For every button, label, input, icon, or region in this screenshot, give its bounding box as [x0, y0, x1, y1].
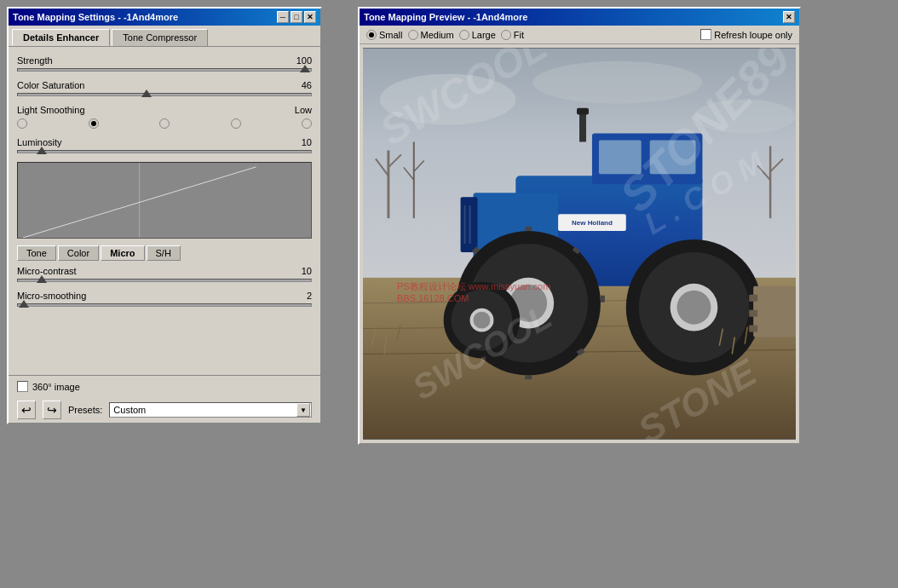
settings-window: Tone Mapping Settings - -1And4more ─ □ ✕…: [7, 7, 322, 424]
tab-details-enhancer[interactable]: Details Enhancer: [12, 29, 110, 46]
settings-titlebar: Tone Mapping Settings - -1And4more ─ □ ✕: [9, 9, 320, 26]
curve-svg: [18, 163, 311, 238]
light-smoothing-param: Light Smoothing Low: [17, 105, 312, 129]
light-smoothing-value: Low: [295, 105, 312, 115]
luminosity-thumb[interactable]: [37, 147, 47, 154]
color-saturation-label: Color Saturation: [17, 80, 85, 90]
bottom-section: 360° image ↩ ↪ Presets: Custom Default P…: [9, 375, 320, 423]
strength-param: Strength 100: [17, 55, 312, 72]
svg-rect-46: [749, 326, 757, 332]
micro-smoothing-thumb[interactable]: [19, 300, 29, 308]
undo-button[interactable]: ↩: [17, 401, 36, 419]
curve-area[interactable]: [17, 162, 312, 239]
refresh-loupe-group: Refresh loupe only: [700, 29, 792, 40]
color-saturation-value: 46: [302, 80, 312, 90]
size-medium-radio[interactable]: [408, 30, 418, 40]
micro-contrast-param: Micro-contrast 10: [17, 266, 312, 282]
empty-area: [17, 315, 312, 366]
ls-radio-circle-3[interactable]: [231, 118, 241, 129]
size-large-radio[interactable]: [459, 30, 469, 40]
tab-tone-compressor[interactable]: Tone Compressor: [112, 29, 208, 46]
luminosity-param: Luminosity 10: [17, 137, 312, 153]
ls-radio-0[interactable]: [17, 118, 27, 129]
svg-rect-45: [749, 310, 757, 317]
size-medium-label: Medium: [421, 30, 454, 40]
preview-titlebar: Tone Mapping Preview - -1And4more ✕: [360, 9, 799, 26]
ls-radio-1[interactable]: [89, 118, 99, 129]
sub-tab-sh[interactable]: S/H: [147, 245, 181, 261]
micro-smoothing-value: 2: [307, 291, 312, 301]
preview-close-button[interactable]: ✕: [783, 11, 795, 23]
preview-toolbar: Small Medium Large Fit Refresh loupe onl…: [360, 26, 799, 44]
sub-tabs: Tone Color Micro S/H: [17, 245, 312, 261]
svg-text:New Holland: New Holland: [572, 219, 613, 227]
checkbox-360-label: 360° image: [32, 382, 80, 392]
svg-rect-43: [753, 286, 796, 337]
color-saturation-thumb[interactable]: [141, 89, 152, 97]
micro-smoothing-param: Micro-smoothing 2: [17, 291, 312, 307]
size-fit-group: Fit: [501, 30, 524, 40]
micro-contrast-value: 10: [302, 266, 312, 276]
size-small-radio[interactable]: [366, 30, 377, 40]
strength-label: Strength: [17, 55, 53, 66]
tractor-scene-svg: New Holland: [363, 48, 796, 440]
color-saturation-param: Color Saturation 46: [17, 80, 312, 96]
svg-rect-39: [579, 112, 586, 142]
size-small-label: Small: [379, 30, 403, 40]
presets-select[interactable]: Custom Default Preset 1 Preset 2: [109, 402, 312, 418]
presets-label: Presets:: [68, 405, 102, 415]
svg-rect-22: [650, 140, 696, 174]
titlebar-buttons: ─ □ ✕: [277, 11, 316, 23]
light-smoothing-label: Light Smoothing: [17, 105, 85, 115]
refresh-loupe-label: Refresh loupe only: [714, 30, 792, 40]
checkbox-360-row: 360° image: [17, 381, 312, 392]
preview-title: Tone Mapping Preview - -1And4more: [364, 12, 527, 22]
size-fit-label: Fit: [514, 30, 524, 40]
checkbox-360[interactable]: [17, 381, 28, 392]
light-smoothing-radios: [17, 118, 312, 129]
ls-radio-circle-1[interactable]: [89, 118, 99, 129]
strength-thumb[interactable]: [300, 65, 310, 72]
sub-tab-color[interactable]: Color: [58, 245, 99, 261]
preview-window: Tone Mapping Preview - -1And4more ✕ Smal…: [358, 7, 801, 445]
svg-point-34: [677, 291, 711, 325]
presets-row: ↩ ↪ Presets: Custom Default Preset 1 Pre…: [17, 401, 312, 419]
svg-rect-21: [599, 140, 642, 174]
micro-contrast-label: Micro-contrast: [17, 266, 77, 276]
size-fit-radio[interactable]: [501, 30, 511, 40]
size-large-label: Large: [472, 30, 496, 40]
micro-contrast-slider[interactable]: [17, 279, 312, 282]
ls-radio-2[interactable]: [159, 118, 170, 129]
strength-slider[interactable]: [17, 68, 312, 72]
svg-point-4: [532, 61, 702, 104]
ls-radio-circle-0[interactable]: [17, 118, 27, 129]
svg-rect-40: [577, 108, 589, 115]
close-button[interactable]: ✕: [304, 11, 316, 23]
sub-tab-micro[interactable]: Micro: [101, 245, 144, 261]
minimize-button[interactable]: ─: [277, 11, 289, 23]
redo-button[interactable]: ↪: [43, 401, 61, 419]
color-saturation-slider[interactable]: [17, 93, 312, 96]
main-tabs: Details Enhancer Tone Compressor: [9, 26, 320, 46]
size-small-group: Small: [366, 30, 403, 40]
svg-point-3: [380, 74, 515, 125]
size-medium-group: Medium: [408, 30, 454, 40]
svg-point-38: [473, 312, 490, 329]
settings-content: Strength 100 Color Saturation 46 Light S…: [9, 46, 320, 375]
ls-radio-circle-4[interactable]: [302, 118, 312, 129]
luminosity-value: 10: [302, 137, 312, 147]
micro-contrast-thumb[interactable]: [37, 275, 47, 283]
preview-image-area: New Holland SWCOOL L . C O M SWCOOL STON…: [363, 48, 796, 440]
ls-radio-circle-2[interactable]: [159, 118, 170, 129]
svg-rect-44: [749, 295, 757, 302]
luminosity-slider[interactable]: [17, 150, 312, 153]
ls-radio-4[interactable]: [302, 118, 312, 129]
restore-button[interactable]: □: [291, 11, 302, 23]
svg-rect-24: [461, 197, 478, 252]
refresh-loupe-checkbox[interactable]: [700, 29, 711, 40]
micro-smoothing-slider[interactable]: [17, 303, 312, 307]
chinese-watermark: PS教程设计论坛 www.missyuan.com BBS.16128.COM: [397, 280, 550, 303]
settings-title: Tone Mapping Settings - -1And4more: [13, 12, 178, 22]
sub-tab-tone[interactable]: Tone: [17, 245, 56, 261]
ls-radio-3[interactable]: [231, 118, 241, 129]
